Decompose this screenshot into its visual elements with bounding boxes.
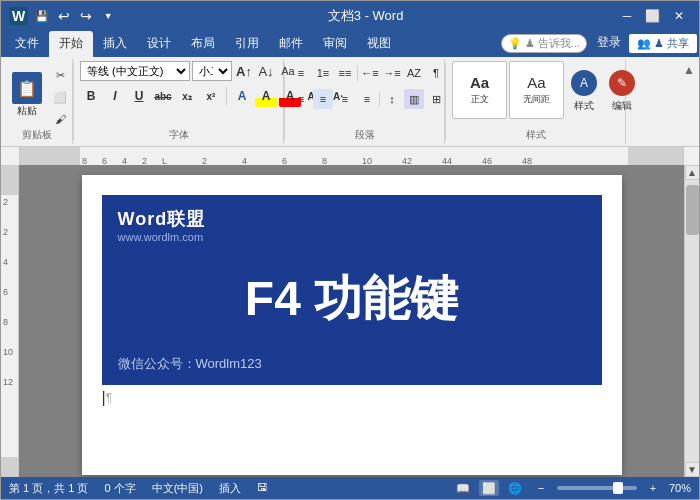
lightbulb-icon: 💡 — [508, 37, 522, 50]
shading-button[interactable]: ▥ — [404, 89, 424, 109]
banner-title: F4 功能键 — [118, 257, 586, 341]
style-no-spacing[interactable]: Aa 无间距 — [509, 61, 564, 119]
ribbon-tabs: 文件 开始 插入 设计 布局 引用 邮件 审阅 视图 💡 ♟ 告诉我... 登录… — [1, 31, 699, 57]
font-group: 等线 (中文正文) 小二 A↑ A↓ Aa B I U abc x₂ x² — [74, 59, 284, 144]
border-button[interactable]: ⊞ — [426, 89, 446, 109]
tab-references[interactable]: 引用 — [225, 31, 269, 57]
app-window: W 💾 ↩ ↪ ▼ 文档3 - Word ─ ⬜ ✕ 文件 开始 插入 设计 布… — [0, 0, 700, 500]
cut-button[interactable]: ✂ — [49, 65, 71, 85]
sort-button[interactable]: AZ — [404, 63, 424, 83]
status-left: 第 1 页，共 1 页 0 个字 中文(中国) 插入 🖫 — [9, 481, 268, 496]
tab-file[interactable]: 文件 — [5, 31, 49, 57]
increase-indent-button[interactable]: →≡ — [382, 63, 402, 83]
copy-button[interactable]: ⬜ — [49, 87, 71, 107]
banner-top: Word联盟 www.wordlm.com — [118, 207, 586, 243]
styles-pane-icon: A — [571, 70, 597, 96]
zoom-in-button[interactable]: + — [643, 480, 663, 496]
ribbon-body: 📋 粘贴 ✂ ⬜ 🖌 剪贴板 等线 (中文正文) — [1, 57, 699, 147]
ruler-wrapper: 8 6 4 2 L 2 4 6 8 10 42 44 46 48 — [1, 147, 699, 165]
content-col: 8 6 4 2 L 2 4 6 8 10 42 44 46 48 — [1, 147, 699, 477]
horizontal-ruler: 8 6 4 2 L 2 4 6 8 10 42 44 46 48 — [19, 147, 684, 165]
language: 中文(中国) — [152, 481, 203, 496]
vertical-ruler: 2 2 4 6 8 10 12 — [1, 165, 19, 477]
tab-layout[interactable]: 布局 — [181, 31, 225, 57]
status-right: 📖 ⬜ 🌐 − + 70% — [453, 480, 691, 496]
align-center-button[interactable]: ≡ — [313, 89, 333, 109]
input-mode: 插入 — [219, 481, 241, 496]
ruler-top-margin — [1, 165, 18, 195]
share-button[interactable]: 👥 ♟ 共享 — [629, 34, 697, 53]
qat-redo[interactable]: ↪ — [78, 8, 94, 24]
text-effect-button[interactable]: A — [231, 85, 253, 107]
superscript-button[interactable]: x² — [200, 85, 222, 107]
word-logo-icon: W — [9, 7, 28, 25]
styles-label: 样式 — [446, 128, 625, 142]
styles-button[interactable]: A 样式 — [566, 61, 602, 121]
numbering-button[interactable]: 1≡ — [313, 63, 333, 83]
tab-design[interactable]: 设计 — [137, 31, 181, 57]
qat-save[interactable]: 💾 — [34, 8, 50, 24]
qat-dropdown[interactable]: ▼ — [100, 8, 116, 24]
bullets-button[interactable]: ≡ — [291, 63, 311, 83]
format-painter-button[interactable]: 🖌 — [49, 109, 71, 129]
decrease-font-button[interactable]: A↓ — [256, 61, 276, 81]
multilevel-list-button[interactable]: ≡≡ — [335, 63, 355, 83]
subscript-button[interactable]: x₂ — [176, 85, 198, 107]
font-name-select[interactable]: 等线 (中文正文) — [80, 61, 190, 81]
title-bar: W 💾 ↩ ↪ ▼ 文档3 - Word ─ ⬜ ✕ — [1, 1, 699, 31]
align-left-button[interactable]: ≡ — [291, 89, 311, 109]
collapse-ribbon-button[interactable]: ▲ — [683, 59, 699, 77]
editing-icon: ✎ — [609, 70, 635, 96]
underline-button[interactable]: U — [128, 85, 150, 107]
minimize-button[interactable]: ─ — [615, 4, 639, 28]
font-highlight-button[interactable]: A — [255, 85, 277, 107]
style-normal[interactable]: Aa 正文 — [452, 61, 507, 119]
styles-group: Aa 正文 Aa 无间距 A 样式 ✎ 编辑 样式 — [446, 59, 626, 144]
print-layout-button[interactable]: ⬜ — [479, 480, 499, 496]
increase-font-button[interactable]: A↑ — [234, 61, 254, 81]
zoom-out-button[interactable]: − — [531, 480, 551, 496]
zoom-level: 70% — [669, 482, 691, 494]
para-div1 — [357, 65, 358, 81]
editing-button[interactable]: ✎ 编辑 — [604, 61, 640, 121]
para-div2 — [379, 91, 380, 107]
tab-insert[interactable]: 插入 — [93, 31, 137, 57]
restore-button[interactable]: ⬜ — [641, 4, 665, 28]
qat-undo[interactable]: ↩ — [56, 8, 72, 24]
tab-mail[interactable]: 邮件 — [269, 31, 313, 57]
title-bar-title: 文档3 - Word — [328, 7, 404, 25]
bold-button[interactable]: B — [80, 85, 102, 107]
tell-me-input[interactable]: 💡 ♟ 告诉我... — [501, 34, 587, 53]
main-area: 8 6 4 2 L 2 4 6 8 10 42 44 46 48 — [1, 147, 699, 477]
zoom-slider[interactable] — [557, 486, 637, 490]
web-layout-button[interactable]: 🌐 — [505, 480, 525, 496]
paragraph-group: ≡ 1≡ ≡≡ ←≡ →≡ AZ ¶ ≡ ≡ ≡ ≡ ↕ ▥ — [285, 59, 445, 144]
banner-image: Word联盟 www.wordlm.com F4 功能键 微信公众号：Wordl… — [102, 195, 602, 385]
scroll-thumb[interactable] — [686, 185, 699, 235]
ruler-side-right — [684, 147, 699, 165]
login-button[interactable]: 登录 — [593, 32, 625, 53]
tab-review[interactable]: 审阅 — [313, 31, 357, 57]
zoom-thumb[interactable] — [613, 482, 623, 494]
font-size-select[interactable]: 小二 — [192, 61, 232, 81]
title-bar-controls: ─ ⬜ ✕ — [615, 4, 691, 28]
ruler-ticks: 8 6 4 2 L 2 4 6 8 10 42 44 46 48 — [20, 147, 683, 165]
line-spacing-button[interactable]: ↕ — [382, 89, 402, 109]
justify-button[interactable]: ≡ — [357, 89, 377, 109]
close-button[interactable]: ✕ — [667, 4, 691, 28]
align-right-button[interactable]: ≡ — [335, 89, 355, 109]
decrease-indent-button[interactable]: ←≡ — [360, 63, 380, 83]
read-mode-button[interactable]: 📖 — [453, 480, 473, 496]
tab-view[interactable]: 视图 — [357, 31, 401, 57]
title-bar-left: W 💾 ↩ ↪ ▼ — [9, 7, 116, 25]
doc-scroll-area[interactable]: Word联盟 www.wordlm.com F4 功能键 微信公众号：Wordl… — [19, 165, 684, 477]
show-marks-button[interactable]: ¶ — [426, 63, 446, 83]
scroll-down-button[interactable]: ▼ — [685, 462, 700, 477]
scroll-track[interactable] — [685, 180, 700, 462]
paste-button[interactable]: 📋 粘贴 — [7, 61, 47, 129]
tab-home[interactable]: 开始 — [49, 31, 93, 57]
scroll-up-button[interactable]: ▲ — [685, 165, 700, 180]
strikethrough-button[interactable]: abc — [152, 85, 174, 107]
italic-button[interactable]: I — [104, 85, 126, 107]
font-label: 字体 — [74, 128, 283, 142]
